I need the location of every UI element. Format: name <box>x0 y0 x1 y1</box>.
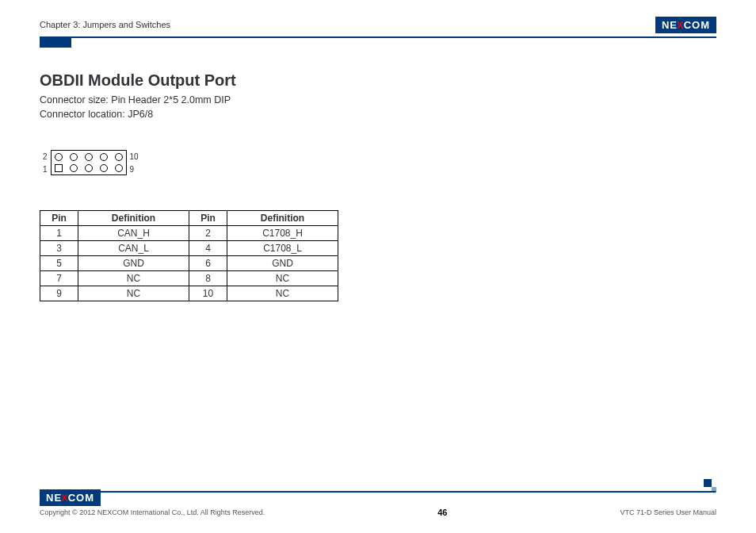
cell-def: C1708_H <box>227 226 338 241</box>
pin-icon <box>70 153 78 161</box>
cell-pin: 5 <box>40 256 78 271</box>
pin-icon <box>55 153 63 161</box>
header-separator <box>40 36 716 38</box>
cell-pin: 9 <box>40 286 78 301</box>
pin-definition-table: Pin Definition Pin Definition 1 CAN_H 2 … <box>40 210 338 301</box>
page-container: Chapter 3: Jumpers and Switches NEXCOM O… <box>0 0 756 533</box>
cell-pin: 2 <box>189 226 227 241</box>
nexcom-logo-bottom: NEXCOM <box>40 489 101 506</box>
cell-def: NC <box>78 271 189 286</box>
diagram-right-labels: 10 9 <box>127 151 142 174</box>
section-title: OBDII Module Output Port <box>40 71 716 90</box>
connector-size-line: Connector size: Pin Header 2*5 2.0mm DIP <box>40 93 716 107</box>
cell-pin: 7 <box>40 271 78 286</box>
main-content: OBDII Module Output Port Connector size:… <box>40 71 716 301</box>
diagram-left-labels: 2 1 <box>40 151 51 174</box>
cell-def: CAN_H <box>78 226 189 241</box>
pin-icon <box>85 153 93 161</box>
pin-icon <box>100 164 108 172</box>
table-row: 7 NC 8 NC <box>40 271 338 286</box>
footer-accent-squares <box>704 479 716 492</box>
footer-separator <box>40 491 716 493</box>
diagram-label-right-bottom: 9 <box>130 165 139 174</box>
cell-pin: 10 <box>189 286 227 301</box>
pin-icon <box>100 153 108 161</box>
diagram-label-left-bottom: 1 <box>43 165 48 174</box>
pin-icon <box>115 153 123 161</box>
cell-def: C1708_L <box>227 241 338 256</box>
table-row: 9 NC 10 NC <box>40 286 338 301</box>
cell-pin: 1 <box>40 226 78 241</box>
pin-icon <box>85 164 93 172</box>
copyright-text: Copyright © 2012 NEXCOM International Co… <box>40 508 265 516</box>
th-definition: Definition <box>227 211 338 226</box>
connector-location-line: Connector location: JP6/8 <box>40 107 716 121</box>
nexcom-logo-top: NEXCOM <box>655 17 716 33</box>
connector-diagram: 2 1 10 <box>40 150 716 175</box>
header-row: Chapter 3: Jumpers and Switches NEXCOM <box>40 16 716 33</box>
square-icon <box>704 479 712 487</box>
diagram-label-right-top: 10 <box>130 152 139 161</box>
cell-def: NC <box>227 271 338 286</box>
pin-row-top <box>55 153 123 161</box>
cell-pin: 8 <box>189 271 227 286</box>
pin-icon <box>115 164 123 172</box>
connector-box <box>51 150 127 175</box>
th-pin: Pin <box>189 211 227 226</box>
header-accent-block <box>40 38 71 48</box>
cell-def: NC <box>78 286 189 301</box>
pin-row-bottom <box>55 164 123 172</box>
cell-def: CAN_L <box>78 241 189 256</box>
page-number: 46 <box>437 508 447 517</box>
cell-pin: 4 <box>189 241 227 256</box>
footer-logo-wrap: NEXCOM <box>40 489 101 506</box>
pin1-square-icon <box>55 164 63 172</box>
table-header-row: Pin Definition Pin Definition <box>40 211 338 226</box>
table-body: 1 CAN_H 2 C1708_H 3 CAN_L 4 C1708_L 5 GN… <box>40 226 338 301</box>
logo-part-right: COM <box>68 492 94 504</box>
logo-part-left: NE <box>662 19 678 31</box>
pin-icon <box>70 164 78 172</box>
logo-part-left: NE <box>46 492 62 504</box>
cell-def: NC <box>227 286 338 301</box>
cell-def: GND <box>78 256 189 271</box>
cell-pin: 3 <box>40 241 78 256</box>
table-row: 5 GND 6 GND <box>40 256 338 271</box>
footer-bottom-row: Copyright © 2012 NEXCOM International Co… <box>40 508 716 517</box>
chapter-label: Chapter 3: Jumpers and Switches <box>40 20 170 29</box>
th-definition: Definition <box>78 211 189 226</box>
diagram-label-left-top: 2 <box>43 152 48 161</box>
table-row: 1 CAN_H 2 C1708_H <box>40 226 338 241</box>
th-pin: Pin <box>40 211 78 226</box>
cell-def: GND <box>227 256 338 271</box>
logo-part-right: COM <box>684 19 710 31</box>
manual-name: VTC 71-D Series User Manual <box>620 508 716 516</box>
cell-pin: 6 <box>189 256 227 271</box>
table-row: 3 CAN_L 4 C1708_L <box>40 241 338 256</box>
